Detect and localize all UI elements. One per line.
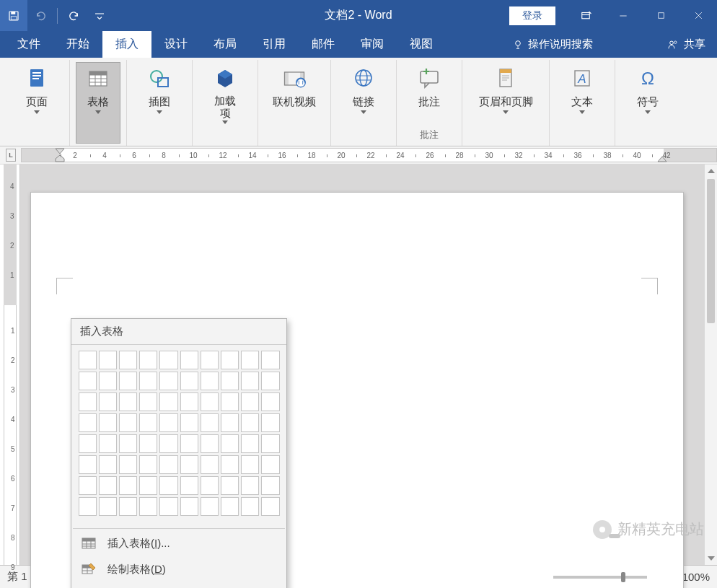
grid-cell[interactable] bbox=[99, 476, 117, 495]
grid-cell[interactable] bbox=[261, 413, 279, 432]
grid-cell[interactable] bbox=[119, 455, 137, 474]
grid-cell[interactable] bbox=[261, 351, 279, 369]
grid-cell[interactable] bbox=[201, 434, 219, 453]
links-button[interactable]: 链接 bbox=[337, 62, 390, 144]
grid-cell[interactable] bbox=[119, 413, 137, 432]
header-footer-button[interactable]: 页眉和页脚 bbox=[468, 62, 543, 144]
grid-cell[interactable] bbox=[180, 372, 198, 390]
grid-cell[interactable] bbox=[119, 392, 137, 411]
grid-cell[interactable] bbox=[139, 392, 157, 411]
grid-cell[interactable] bbox=[139, 413, 157, 432]
addins-button[interactable]: 加载 项 bbox=[198, 62, 252, 144]
grid-cell[interactable] bbox=[180, 476, 198, 495]
grid-cell[interactable] bbox=[159, 392, 177, 411]
grid-cell[interactable] bbox=[119, 476, 137, 495]
ruler-corner[interactable]: L bbox=[6, 149, 16, 162]
grid-cell[interactable] bbox=[79, 413, 97, 432]
grid-cell[interactable] bbox=[221, 434, 239, 453]
grid-cell[interactable] bbox=[221, 476, 239, 495]
table-grid-picker[interactable] bbox=[71, 345, 286, 527]
grid-cell[interactable] bbox=[79, 455, 97, 474]
tab-references[interactable]: 引用 bbox=[250, 31, 299, 58]
tab-review[interactable]: 审阅 bbox=[348, 31, 397, 58]
grid-cell[interactable] bbox=[79, 476, 97, 495]
grid-cell[interactable] bbox=[261, 476, 279, 495]
grid-cell[interactable] bbox=[139, 455, 157, 474]
grid-cell[interactable] bbox=[159, 497, 177, 516]
grid-cell[interactable] bbox=[201, 372, 219, 390]
grid-cell[interactable] bbox=[261, 497, 279, 516]
grid-cell[interactable] bbox=[241, 455, 259, 474]
close-button[interactable] bbox=[679, 0, 717, 31]
zoom-level[interactable]: 100% bbox=[682, 571, 710, 583]
grid-cell[interactable] bbox=[180, 434, 198, 453]
qat-customize-button[interactable] bbox=[87, 0, 112, 31]
tab-design[interactable]: 设计 bbox=[151, 31, 201, 58]
grid-cell[interactable] bbox=[241, 372, 259, 390]
grid-cell[interactable] bbox=[201, 392, 219, 411]
grid-cell[interactable] bbox=[139, 476, 157, 495]
grid-cell[interactable] bbox=[159, 434, 177, 453]
comment-button[interactable]: 批注 bbox=[403, 62, 456, 128]
grid-cell[interactable] bbox=[99, 372, 117, 390]
undo-button[interactable] bbox=[27, 0, 55, 31]
minimize-button[interactable] bbox=[604, 0, 642, 31]
indent-marker-bottom[interactable] bbox=[54, 154, 66, 163]
grid-cell[interactable] bbox=[261, 392, 279, 411]
grid-cell[interactable] bbox=[241, 413, 259, 432]
grid-cell[interactable] bbox=[261, 434, 279, 453]
grid-cell[interactable] bbox=[221, 497, 239, 516]
grid-cell[interactable] bbox=[79, 351, 97, 369]
zoom-slider[interactable] bbox=[553, 576, 647, 579]
ribbon-display-button[interactable] bbox=[567, 0, 604, 31]
grid-cell[interactable] bbox=[139, 351, 157, 369]
tab-layout[interactable]: 布局 bbox=[201, 31, 250, 58]
scroll-thumb[interactable] bbox=[707, 179, 715, 323]
tell-me-search[interactable]: 操作说明搜索 bbox=[505, 31, 600, 58]
save-button[interactable] bbox=[0, 0, 27, 31]
scrollbar-vertical[interactable] bbox=[704, 164, 717, 565]
illustrations-button[interactable]: 插图 bbox=[133, 62, 186, 144]
grid-cell[interactable] bbox=[180, 392, 198, 411]
indent-marker-top[interactable] bbox=[54, 147, 66, 154]
login-button[interactable]: 登录 bbox=[509, 6, 555, 25]
grid-cell[interactable] bbox=[99, 413, 117, 432]
ruler-horizontal[interactable]: 24681012141618202224262830323436384042 bbox=[21, 148, 717, 162]
maximize-button[interactable] bbox=[642, 0, 679, 31]
grid-cell[interactable] bbox=[139, 434, 157, 453]
grid-cell[interactable] bbox=[201, 351, 219, 369]
tab-file[interactable]: 文件 bbox=[4, 31, 53, 58]
grid-cell[interactable] bbox=[99, 455, 117, 474]
grid-cell[interactable] bbox=[119, 434, 137, 453]
grid-cell[interactable] bbox=[99, 351, 117, 369]
tab-insert[interactable]: 插入 bbox=[102, 31, 151, 58]
grid-cell[interactable] bbox=[180, 455, 198, 474]
grid-cell[interactable] bbox=[159, 476, 177, 495]
tab-home[interactable]: 开始 bbox=[53, 31, 102, 58]
tab-view[interactable]: 视图 bbox=[397, 31, 446, 58]
online-video-button[interactable]: 联机视频 bbox=[264, 62, 325, 144]
grid-cell[interactable] bbox=[241, 476, 259, 495]
grid-cell[interactable] bbox=[261, 372, 279, 390]
grid-cell[interactable] bbox=[201, 476, 219, 495]
grid-cell[interactable] bbox=[221, 413, 239, 432]
grid-cell[interactable] bbox=[119, 351, 137, 369]
grid-cell[interactable] bbox=[119, 497, 137, 516]
grid-cell[interactable] bbox=[79, 497, 97, 516]
grid-cell[interactable] bbox=[261, 455, 279, 474]
grid-cell[interactable] bbox=[241, 497, 259, 516]
text-button[interactable]: A 文本 bbox=[555, 62, 609, 144]
grid-cell[interactable] bbox=[241, 392, 259, 411]
scroll-up-button[interactable] bbox=[705, 164, 717, 177]
grid-cell[interactable] bbox=[159, 351, 177, 369]
grid-cell[interactable] bbox=[221, 455, 239, 474]
grid-cell[interactable] bbox=[139, 372, 157, 390]
grid-cell[interactable] bbox=[180, 351, 198, 369]
grid-cell[interactable] bbox=[139, 497, 157, 516]
grid-cell[interactable] bbox=[79, 372, 97, 390]
grid-cell[interactable] bbox=[201, 413, 219, 432]
grid-cell[interactable] bbox=[99, 392, 117, 411]
grid-cell[interactable] bbox=[241, 434, 259, 453]
table-button[interactable]: 表格 bbox=[76, 62, 120, 144]
grid-cell[interactable] bbox=[180, 497, 198, 516]
